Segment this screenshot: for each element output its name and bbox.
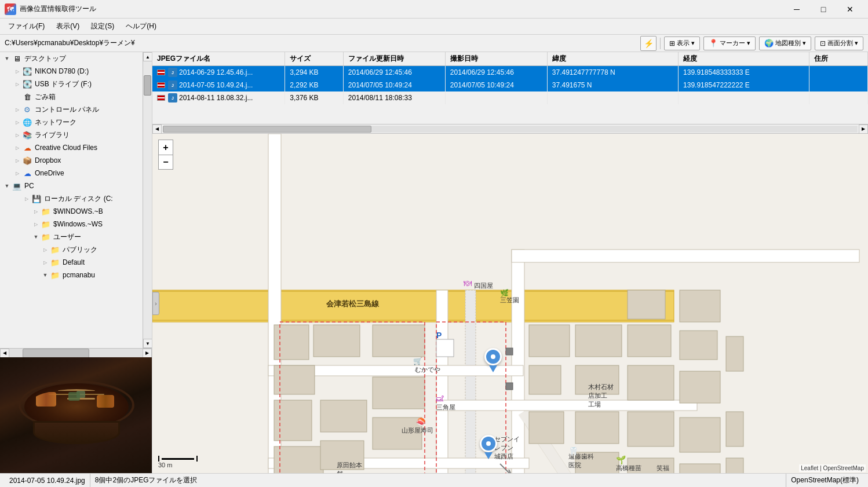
menu-settings[interactable]: 設定(S) <box>85 19 120 34</box>
arrow-icon: ▷ <box>13 156 22 165</box>
table-row[interactable]: J 2014-08-11 18.08.32.j... 3,376 KB 2014… <box>152 91 868 104</box>
zoom-out-button[interactable]: − <box>158 155 173 170</box>
display-button[interactable]: ⊞ 表示 ▾ <box>664 36 700 50</box>
map-pin-2[interactable] <box>480 435 497 459</box>
menu-view[interactable]: 表示(V) <box>50 19 85 34</box>
cell-captured: 2014/07/05 10:49:24 <box>445 79 547 91</box>
svg-rect-11 <box>436 400 697 411</box>
sidebar-item-network[interactable]: ▷ 🌐 ネットワーク <box>0 116 143 129</box>
titlebar: 🗺 画像位置情報取得ツール ─ □ ✕ <box>0 0 868 19</box>
sidebar-item-dropbox[interactable]: ▷ 📦 Dropbox <box>0 154 143 167</box>
sidebar-item-library[interactable]: ▷ 📚 ライブラリ <box>0 129 143 141</box>
svg-rect-36 <box>575 365 619 394</box>
jpg-icon: J <box>168 68 177 77</box>
svg-rect-1 <box>152 290 674 322</box>
arrow-icon: ▼ <box>2 181 12 191</box>
arrow-icon: ▷ <box>13 79 22 89</box>
sidebar-item-users[interactable]: ▼ 📁 ユーザー <box>0 230 143 243</box>
map-pin-1[interactable] <box>484 348 502 372</box>
svg-rect-38 <box>575 452 619 473</box>
status-filename-text: 2014-07-05 10.49.24.jpg <box>9 477 85 485</box>
scroll-up-button[interactable]: ▲ <box>143 52 152 61</box>
scroll-right-button[interactable]: ▶ <box>143 349 152 358</box>
sidebar-item-pcmanabu[interactable]: ▼ 📁 pcmanabu <box>0 269 143 281</box>
file-table: JPEGファイル名 サイズ ファイル更新日時 撮影日時 緯度 経度 住所 <box>152 52 868 104</box>
split-button[interactable]: ⊡ 画面分割 ▾ <box>815 36 863 50</box>
right-panel: JPEGファイル名 サイズ ファイル更新日時 撮影日時 緯度 経度 住所 <box>152 52 868 473</box>
split-label: 画面分割 <box>827 39 853 47</box>
table-row[interactable]: J 2014-07-05 10.49.24.j... 2,292 KB 2014… <box>152 79 868 91</box>
maptype-label: 地図種別 <box>775 39 801 47</box>
cell-filename: J 2014-07-05 10.49.24.j... <box>152 79 285 91</box>
jpg-icon: J <box>168 80 177 90</box>
status-selection-text: 8個中2個のJPEGファイルを選択 <box>95 475 198 485</box>
svg-rect-22 <box>320 441 364 470</box>
menu-file[interactable]: ファイル(F) <box>2 19 50 34</box>
zoom-in-button[interactable]: + <box>158 140 173 155</box>
app-icon: 🗺 <box>5 3 16 15</box>
sidebar-vscroll: ▲ ▼ <box>143 52 152 348</box>
sidebar-item-default[interactable]: ▷ 📁 Default <box>0 256 143 269</box>
cell-updated: 2014/08/11 18:08:33 <box>343 91 445 104</box>
scroll-left-button[interactable]: ◀ <box>0 349 9 358</box>
file-table-container: JPEGファイル名 サイズ ファイル更新日時 撮影日時 緯度 経度 住所 <box>152 52 868 125</box>
trash-icon: 🗑 <box>22 91 32 102</box>
maximize-button[interactable]: □ <box>810 0 837 19</box>
cell-size: 2,292 KB <box>285 79 344 91</box>
cell-filename: J 2014-08-11 18.08.32.j... <box>152 91 285 104</box>
cell-lat: 37.491247777778 N <box>547 66 678 79</box>
arrow-icon: ▷ <box>41 258 50 267</box>
sidebar-item-creative[interactable]: ▷ ☁ Creative Cloud Files <box>0 141 143 154</box>
sidebar-item-local-c[interactable]: ▷ 💾 ローカル ディスク (C: <box>0 192 143 205</box>
refresh-button[interactable]: ⚡ <box>640 36 657 51</box>
sidebar-item-windows-ws[interactable]: ▷ 📁 $Windows.~WS <box>0 218 143 230</box>
svg-rect-7 <box>512 250 524 473</box>
cell-size: 3,376 KB <box>285 91 344 104</box>
sidebar-hscroll: ◀ ▶ <box>0 348 152 357</box>
sidebar-item-trash[interactable]: 🗑 ごみ箱 <box>0 90 143 103</box>
cell-lng: 139.918547222222 E <box>679 79 809 91</box>
ftable-scroll-left[interactable]: ◀ <box>152 125 162 134</box>
file-icon-group: J 2014-06-29 12.45.46.j... <box>157 68 253 77</box>
arrow-icon: ▼ <box>41 270 50 280</box>
table-row[interactable]: J 2014-06-29 12.45.46.j... 3,294 KB 2014… <box>152 66 868 79</box>
ftable-scroll-right[interactable]: ▶ <box>859 125 868 134</box>
sidebar-item-nikon[interactable]: ▷ 💽 NIKON D780 (D:) <box>0 65 143 78</box>
arrow-icon: ▷ <box>13 105 22 114</box>
sidebar-item-onedrive[interactable]: ▷ ☁ OneDrive <box>0 167 143 180</box>
svg-rect-34 <box>529 365 561 394</box>
cell-updated: 2014/07/05 10:49:24 <box>343 79 445 91</box>
map-area[interactable]: 会津若松三島線 四国屋 三笠園 🍽 🌿 🛒 むかでや 🛋 三角屋 🍣 山形屋寿司… <box>152 134 868 473</box>
sidebar-item-desktop[interactable]: ▼ 🖥 デスクトップ <box>0 52 143 65</box>
file-table-hscroll: ◀ ▶ <box>152 125 868 134</box>
minimize-button[interactable]: ─ <box>783 0 810 19</box>
marker-button[interactable]: 📍 マーカー ▾ <box>703 36 756 50</box>
scroll-down-button[interactable]: ▼ <box>143 339 152 348</box>
close-button[interactable]: ✕ <box>837 0 863 19</box>
file-icon-group: J 2014-08-11 18.08.32.j... <box>157 93 253 102</box>
window-controls: ─ □ ✕ <box>783 0 863 19</box>
sidebar-item-public[interactable]: ▷ 📁 パブリック <box>0 243 143 256</box>
svg-rect-6 <box>465 290 476 473</box>
sidebar-item-pc[interactable]: ▼ 💻 PC <box>0 180 143 192</box>
svg-rect-24 <box>373 325 425 357</box>
menu-help[interactable]: ヘルプ(H) <box>120 19 162 34</box>
sidebar-item-control[interactable]: ▷ ⚙ コントロール パネル <box>0 103 143 116</box>
maptype-button[interactable]: 🌍 地図種別 ▾ <box>759 36 811 50</box>
arrow-icon: ▷ <box>13 130 22 140</box>
pc-icon: 💻 <box>12 181 22 191</box>
svg-rect-29 <box>529 325 570 357</box>
map-expand-handle[interactable]: › <box>152 292 159 315</box>
sidebar-label-local-c: ローカル ディスク (C: <box>44 194 113 204</box>
svg-rect-48 <box>726 412 743 446</box>
sidebar-item-windows-b[interactable]: ▷ 📁 $WINDOWS.~B <box>0 205 143 218</box>
app-title: 画像位置情報取得ツール <box>20 4 783 14</box>
svg-rect-57 <box>506 383 513 390</box>
arrow-icon: ▷ <box>31 219 41 229</box>
status-maptype: OpenStreetMap(標準) <box>786 474 863 487</box>
sidebar-item-usb[interactable]: ▷ 💽 USB ドライブ (F:) <box>0 78 143 90</box>
arrow-icon: ▼ <box>2 54 12 63</box>
svg-rect-5 <box>436 290 448 473</box>
cell-address <box>809 66 868 79</box>
sidebar-label-pc: PC <box>24 182 34 190</box>
